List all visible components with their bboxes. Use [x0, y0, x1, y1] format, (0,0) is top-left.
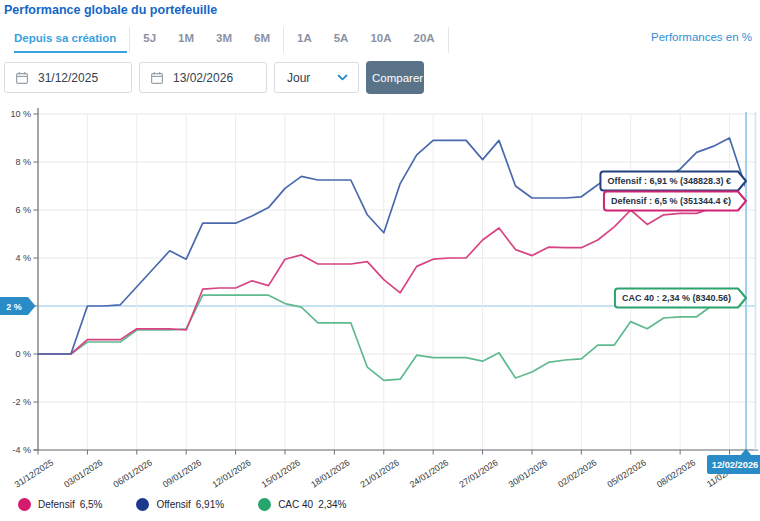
series-line-offensif [38, 138, 746, 354]
x-axis-label: 21/01/2026 [358, 457, 400, 489]
performance-chart[interactable]: 10 %8 %6 %4 %2 %0 %-2 %-4 %31/12/202503/… [0, 104, 760, 500]
y-axis-label: 6 % [15, 205, 31, 215]
y-axis-label: -2 % [12, 397, 31, 407]
x-axis-label: 27/01/2026 [457, 457, 499, 489]
comparison-controls: 31/12/2025 13/02/2026 Jour Comparer [4, 61, 424, 94]
y-axis-label: 0 % [15, 349, 31, 359]
legend-label: CAC 40 [278, 499, 313, 510]
x-axis-label: 18/01/2026 [309, 457, 351, 489]
tab-3m[interactable]: 3M [205, 27, 243, 53]
calendar-icon [150, 71, 164, 85]
tab-depuis-sa-creation[interactable]: Depuis sa création [14, 27, 127, 53]
legend-label: Defensif [38, 499, 75, 510]
legend-item-defensif[interactable]: Defensif6,5% [18, 498, 102, 511]
tooltip-text-cac40: CAC 40 : 2,34 % (8340.56) [622, 293, 731, 303]
performances-en-pourcent-link[interactable]: Performances en % [651, 31, 752, 43]
end-date-value: 13/02/2026 [173, 71, 233, 85]
legend-value: 2,34% [318, 499, 346, 510]
y-axis-label: 4 % [15, 253, 31, 263]
x-axis-label: 15/01/2026 [260, 457, 302, 489]
chevron-down-icon [337, 74, 348, 81]
crosshair-date-label: 12/02/2026 [712, 460, 759, 470]
x-axis-label: 24/01/2026 [408, 457, 450, 489]
x-axis-label: 06/01/2026 [112, 457, 154, 489]
legend-value: 6,5% [80, 499, 103, 510]
x-axis-label: 03/01/2026 [62, 457, 104, 489]
tab-divider [448, 27, 449, 53]
x-axis-label: 31/12/2025 [13, 457, 55, 489]
cac40-dot-icon [258, 498, 271, 511]
tab-6m[interactable]: 6M [243, 27, 281, 53]
performance-panel: { "header": { "title": "Performance glob… [0, 0, 760, 521]
y-axis-badge-label: 2 % [6, 302, 22, 312]
y-axis-label: 8 % [15, 157, 31, 167]
y-axis-label: -4 % [12, 445, 31, 455]
tab-divider [129, 27, 130, 53]
tab-5a[interactable]: 5A [323, 27, 360, 53]
legend-item-offensif[interactable]: Offensif6,91% [136, 498, 224, 511]
calendar-icon [15, 71, 29, 85]
x-axis-label: 02/02/2026 [556, 457, 598, 489]
x-axis-label: 30/01/2026 [507, 457, 549, 489]
interval-value: Jour [287, 71, 310, 85]
x-axis-label: 08/02/2026 [655, 457, 697, 489]
offensif-dot-icon [136, 498, 149, 511]
x-axis-label: 05/02/2026 [605, 457, 647, 489]
period-tabs: Depuis sa création 5J 1M 3M 6M 1A 5A 10A… [14, 27, 451, 53]
compare-button[interactable]: Comparer [366, 61, 424, 94]
tab-20a[interactable]: 20A [403, 27, 446, 53]
tooltip-text-offensif: Offensif : 6,91 % (348828.3) € [607, 176, 731, 186]
performance-chart-svg[interactable]: 10 %8 %6 %4 %2 %0 %-2 %-4 %31/12/202503/… [0, 104, 760, 500]
x-axis-label: 09/01/2026 [161, 457, 203, 489]
tab-5j[interactable]: 5J [132, 27, 167, 53]
start-date-input[interactable]: 31/12/2025 [4, 62, 132, 93]
tooltip-text-defensif: Defensif : 6,5 % (351344.4 €) [611, 196, 731, 206]
tab-divider [283, 27, 284, 53]
y-axis-label: 10 % [10, 109, 31, 119]
chart-legend: Defensif6,5% Offensif6,91% CAC 402,34% [18, 498, 347, 511]
interval-select[interactable]: Jour [274, 62, 359, 93]
legend-item-cac40[interactable]: CAC 402,34% [258, 498, 346, 511]
tab-1a[interactable]: 1A [286, 27, 323, 53]
end-date-input[interactable]: 13/02/2026 [139, 62, 267, 93]
x-axis-label: 12/01/2026 [210, 457, 252, 489]
page-title: Performance globale du portefeuille [4, 3, 217, 17]
tab-10a[interactable]: 10A [359, 27, 402, 53]
legend-label: Offensif [156, 499, 190, 510]
defensif-dot-icon [18, 498, 31, 511]
legend-value: 6,91% [196, 499, 224, 510]
tab-1m[interactable]: 1M [167, 27, 205, 53]
start-date-value: 31/12/2025 [38, 71, 98, 85]
